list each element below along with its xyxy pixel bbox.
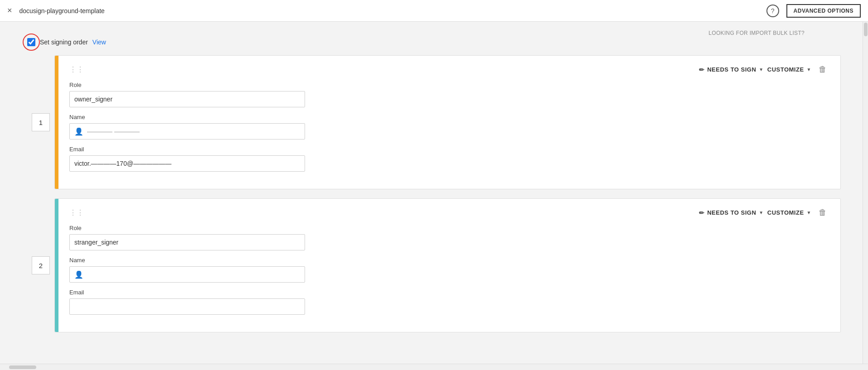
signing-order-checkbox[interactable] [27,38,35,46]
pencil-icon-2: ✏ [699,209,705,216]
right-scrollbar-thumb[interactable] [864,23,868,36]
bottom-scrollbar-thumb[interactable] [9,365,36,369]
needs-to-sign-button-1[interactable]: ✏ NEEDS TO SIGN ▼ [699,66,764,73]
email-group-1: Email [69,146,827,172]
name-input-2[interactable]: 👤 [69,266,305,283]
role-input-1[interactable] [69,91,305,107]
bottom-scrollbar[interactable] [0,364,868,370]
role-group-2: Role [69,225,827,250]
email-label-1: Email [69,146,827,153]
customize-button-1[interactable]: CUSTOMIZE ▼ [767,66,811,73]
name-group-2: Name 👤 [69,257,827,283]
order-badge-2: 2 [32,256,50,274]
person-icon-1: 👤 [74,127,83,136]
email-group-2: Email [69,289,827,315]
order-badge-1: 1 [32,113,50,131]
signing-order-row: Set signing order View [27,38,841,46]
main-content: LOOKING FOR IMPORT BULK LIST? Set signin… [0,22,868,370]
lookup-text: LOOKING FOR IMPORT BULK LIST? [708,30,805,36]
email-text-input-1[interactable] [74,160,300,167]
role-text-input-2[interactable] [74,239,300,246]
card-body-2: ⋮⋮ ✏ NEEDS TO SIGN ▼ CUSTOMIZE ▼ 🗑 [58,199,840,332]
view-link[interactable]: View [92,38,106,46]
doc-title: docusign-playground-template [19,7,105,14]
role-input-2[interactable] [69,234,305,250]
role-text-input-1[interactable] [74,96,300,103]
needs-to-sign-button-2[interactable]: ✏ NEEDS TO SIGN ▼ [699,209,764,216]
advanced-options-button[interactable]: ADVANCED OPTIONS [786,4,861,18]
card-header-1: ⋮⋮ ✏ NEEDS TO SIGN ▼ CUSTOMIZE ▼ 🗑 [69,65,827,74]
needs-to-sign-arrow-2: ▼ [759,210,763,215]
role-label-2: Role [69,225,827,231]
drag-handle-2[interactable]: ⋮⋮ [69,208,84,217]
needs-to-sign-arrow-1: ▼ [759,67,763,72]
customize-button-2[interactable]: CUSTOMIZE ▼ [767,209,811,216]
help-button[interactable]: ? [766,5,779,17]
signing-order-label: Set signing order [40,38,88,46]
role-label-1: Role [69,82,827,88]
name-label-1: Name [69,114,827,120]
card-body-1: ⋮⋮ ✏ NEEDS TO SIGN ▼ CUSTOMIZE ▼ 🗑 [58,56,840,189]
delete-button-1[interactable]: 🗑 [819,65,827,74]
person-icon-2: 👤 [74,270,83,279]
email-label-2: Email [69,289,827,296]
card-header-2: ⋮⋮ ✏ NEEDS TO SIGN ▼ CUSTOMIZE ▼ 🗑 [69,208,827,217]
right-scrollbar[interactable] [863,22,868,364]
recipient-card-1-wrapper: 1 ⋮⋮ ✏ NEEDS TO SIGN ▼ CUSTOMIZ [54,55,841,189]
top-bar: × docusign-playground-template ? ADVANCE… [0,0,868,22]
card-actions-2: ✏ NEEDS TO SIGN ▼ CUSTOMIZE ▼ 🗑 [699,208,827,217]
email-input-1[interactable] [69,155,305,172]
signing-order-checkbox-wrapper [27,38,35,46]
customize-arrow-2: ▼ [807,210,811,215]
recipient-card-2: ⋮⋮ ✏ NEEDS TO SIGN ▼ CUSTOMIZE ▼ 🗑 [54,198,841,332]
name-input-1[interactable]: 👤 [69,123,305,139]
card-actions-1: ✏ NEEDS TO SIGN ▼ CUSTOMIZE ▼ 🗑 [699,65,827,74]
role-group-1: Role [69,82,827,107]
pencil-icon-1: ✏ [699,66,705,73]
top-bar-right: ? ADVANCED OPTIONS [766,4,861,18]
close-button[interactable]: × [7,6,12,15]
name-text-input-2[interactable] [87,271,300,278]
lookup-bar: LOOKING FOR IMPORT BULK LIST? [27,26,841,38]
email-text-input-2[interactable] [74,303,300,310]
drag-handle-1[interactable]: ⋮⋮ [69,65,84,74]
recipient-card-2-wrapper: 2 ⋮⋮ ✏ NEEDS TO SIGN ▼ CUSTOMIZ [54,198,841,332]
customize-arrow-1: ▼ [807,67,811,72]
name-text-input-1[interactable] [87,128,300,135]
delete-button-2[interactable]: 🗑 [819,208,827,217]
name-group-1: Name 👤 [69,114,827,139]
email-input-2[interactable] [69,298,305,315]
card-bar-1 [55,56,58,189]
recipient-card-1: ⋮⋮ ✏ NEEDS TO SIGN ▼ CUSTOMIZE ▼ 🗑 [54,55,841,189]
name-label-2: Name [69,257,827,264]
card-bar-2 [55,199,58,332]
